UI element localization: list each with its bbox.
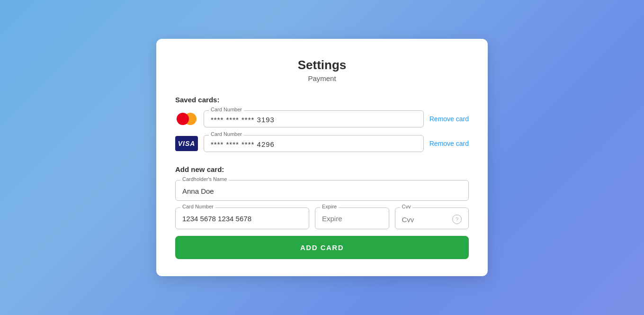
visa-text: VISA bbox=[178, 140, 196, 147]
mc-left-circle bbox=[177, 113, 189, 125]
card-number-value-1: **** **** **** 3193 bbox=[211, 116, 275, 124]
card-number-field-2: Card Number **** **** **** 4296 bbox=[204, 135, 424, 152]
remove-card-1-button[interactable]: Remove card bbox=[429, 115, 469, 123]
mastercard-logo bbox=[175, 111, 198, 126]
add-new-card-section: Add new card: Cardholder's Name Card Num… bbox=[175, 165, 469, 259]
card-row-2: VISA Card Number **** **** **** 4296 Rem… bbox=[175, 135, 469, 152]
cvv-label: Cvv bbox=[400, 204, 413, 209]
card-number-value-2: **** **** **** 4296 bbox=[211, 140, 275, 148]
cardholder-name-field[interactable]: Cardholder's Name bbox=[175, 180, 469, 201]
card-number-label-2: Card Number bbox=[209, 131, 244, 137]
remove-card-2-button[interactable]: Remove card bbox=[429, 140, 469, 147]
cvv-inner: ? bbox=[402, 215, 462, 224]
new-card-number-field[interactable]: Card Number bbox=[175, 207, 309, 229]
add-new-card-label: Add new card: bbox=[175, 165, 469, 173]
page-title: Settings bbox=[175, 58, 469, 72]
add-card-button[interactable]: ADD CARD bbox=[175, 236, 469, 259]
cvv-info-icon: ? bbox=[452, 215, 462, 224]
page-subtitle: Payment bbox=[175, 74, 469, 82]
new-card-number-input[interactable] bbox=[182, 215, 302, 223]
new-card-number-label: Card Number bbox=[180, 204, 215, 209]
cvv-field[interactable]: Cvv ? bbox=[395, 207, 469, 229]
expire-input[interactable] bbox=[322, 215, 382, 223]
card-number-field-1: Card Number **** **** **** 3193 bbox=[204, 110, 424, 127]
expire-label: Expire bbox=[320, 204, 339, 209]
expire-field[interactable]: Expire bbox=[315, 207, 389, 229]
card-row-1: Card Number **** **** **** 3193 Remove c… bbox=[175, 110, 469, 127]
card-details-row: Card Number Expire Cvv ? bbox=[175, 207, 469, 229]
saved-cards-label: Saved cards: bbox=[175, 96, 469, 104]
cvv-input[interactable] bbox=[402, 216, 450, 224]
cardholder-label: Cardholder's Name bbox=[180, 176, 229, 182]
visa-logo: VISA bbox=[175, 136, 198, 151]
card-number-label-1: Card Number bbox=[209, 107, 244, 112]
settings-modal: Settings Payment Saved cards: Card Numbe… bbox=[156, 39, 488, 276]
cardholder-name-input[interactable] bbox=[182, 187, 462, 195]
saved-cards-section: Saved cards: Card Number **** **** **** … bbox=[175, 96, 469, 152]
